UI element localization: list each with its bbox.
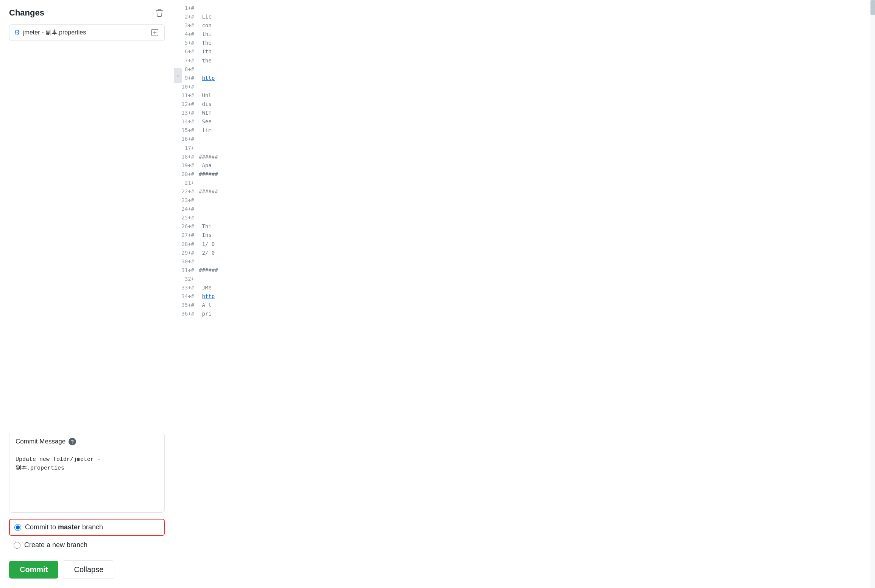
plus-square-icon <box>151 29 158 36</box>
diff-line: 19+# Apa <box>174 161 875 170</box>
diff-line: 4+# thi <box>174 30 875 39</box>
gear-icon: ⚙ <box>14 28 20 37</box>
diff-line: 21+ <box>174 179 875 187</box>
sidebar: Changes ⚙ jmeter - 副本.properties <box>0 0 174 588</box>
help-icon[interactable]: ? <box>69 438 76 445</box>
diff-line: 20+# ###### <box>174 170 875 179</box>
code-panel: › 1+# 2+# Lic 3+# con 4+# thi <box>174 0 875 588</box>
diff-line: 7+# the <box>174 56 875 65</box>
diff-line: 9+# http <box>174 74 875 82</box>
commit-message-input[interactable]: Update new foldr/jmeter - 副本.properties <box>9 450 164 511</box>
radio-new-branch-label: Create a new branch <box>24 541 87 549</box>
diff-line: 15+# lim <box>174 126 875 135</box>
delete-all-button[interactable] <box>154 8 165 18</box>
diff-line: 8+# <box>174 65 875 74</box>
url-link[interactable]: http <box>202 75 215 81</box>
trash-icon <box>156 9 163 17</box>
diff-line: 25+# <box>174 213 875 222</box>
changes-header: Changes <box>9 8 165 18</box>
diff-line: 5+# The <box>174 39 875 47</box>
file-name: jmeter - 副本.properties <box>23 29 86 37</box>
diff-line: 1+# <box>174 4 875 12</box>
diff-line: 24+# <box>174 205 875 213</box>
radio-master-input[interactable] <box>14 524 21 531</box>
diff-line: 35+# A l <box>174 301 875 310</box>
add-file-button[interactable] <box>150 28 160 37</box>
diff-line: 16+# <box>174 135 875 143</box>
changes-section: Changes ⚙ jmeter - 副本.properties <box>0 0 174 47</box>
diff-line: 28+# 1/ 0 <box>174 240 875 249</box>
commit-message-box: Commit Message ? Update new foldr/jmeter… <box>9 433 165 513</box>
scrollbar-thumb[interactable] <box>870 0 875 15</box>
collapse-button[interactable]: Collapse <box>63 560 114 579</box>
radio-new-branch-input[interactable] <box>14 542 20 549</box>
diff-line: 34+# http <box>174 292 875 301</box>
file-item-left: ⚙ jmeter - 副本.properties <box>14 28 86 37</box>
action-buttons: Commit Collapse <box>9 560 165 579</box>
radio-option-master[interactable]: Commit to master branch <box>9 519 165 536</box>
changes-title: Changes <box>9 8 44 18</box>
diff-line: 13+# WIT <box>174 109 875 117</box>
radio-option-new-branch[interactable]: Create a new branch <box>9 537 165 553</box>
radio-section: Commit to master branch Create a new bra… <box>9 519 165 554</box>
diff-line: 17+ <box>174 144 875 152</box>
diff-lines-container: 1+# 2+# Lic 3+# con 4+# thi 5+# The 6+# … <box>174 0 875 588</box>
diff-line: 6+# (th <box>174 47 875 56</box>
commit-button[interactable]: Commit <box>9 561 58 579</box>
commit-message-header: Commit Message ? <box>9 433 164 450</box>
commit-form-area: Commit Message ? Update new foldr/jmeter… <box>0 47 174 588</box>
diff-line: 10+# <box>174 82 875 91</box>
diff-line: 33+# JMe <box>174 283 875 292</box>
code-content: 1+# 2+# Lic 3+# con 4+# thi 5+# The 6+# … <box>174 0 875 588</box>
diff-line: 12+# dis <box>174 100 875 109</box>
divider <box>9 425 165 425</box>
diff-line: 2+# Lic <box>174 12 875 21</box>
file-item[interactable]: ⚙ jmeter - 副本.properties <box>9 24 165 41</box>
diff-line: 26+# Thi <box>174 222 875 231</box>
diff-line: 27+# Ins <box>174 231 875 240</box>
url-link-2[interactable]: http <box>202 293 215 299</box>
diff-line: 3+# con <box>174 21 875 30</box>
diff-line: 18+# ###### <box>174 152 875 161</box>
scrollbar-track[interactable] <box>870 0 875 588</box>
diff-line: 32+ <box>174 275 875 283</box>
diff-line: 22+# ###### <box>174 187 875 196</box>
diff-line: 31+# ###### <box>174 266 875 275</box>
diff-line: 36+# pri <box>174 310 875 318</box>
commit-message-label: Commit Message <box>16 438 66 445</box>
diff-line: 23+# <box>174 196 875 205</box>
diff-line: 11+# Unl <box>174 91 875 100</box>
diff-line: 30+# <box>174 257 875 266</box>
radio-master-label: Commit to master branch <box>25 523 103 531</box>
diff-line: 14+# See <box>174 117 875 126</box>
diff-line: 29+# 2/ 0 <box>174 249 875 257</box>
